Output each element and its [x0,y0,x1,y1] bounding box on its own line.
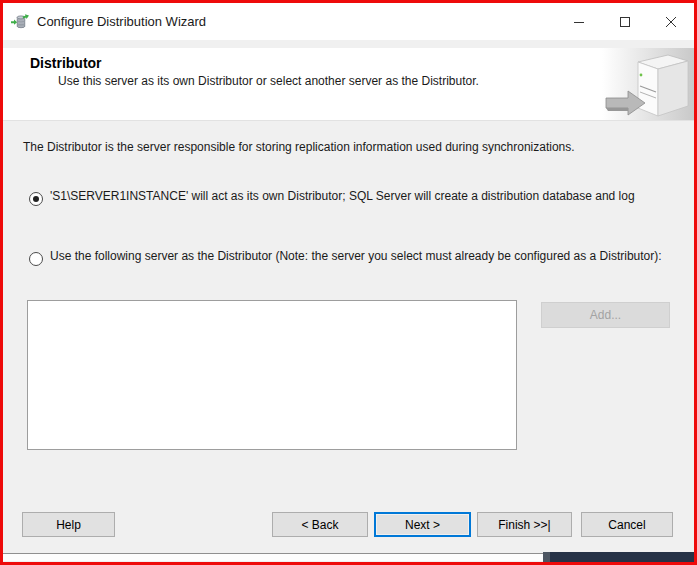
distributor-server-listbox[interactable] [27,300,517,450]
server-graphic [602,48,694,120]
taskbar-fragment [550,552,694,562]
wizard-header: Distributor Use this server as its own D… [3,48,694,121]
help-button[interactable]: Help [22,512,115,537]
radio-other-distributor[interactable] [29,252,43,266]
radio-own-distributor-label[interactable]: 'S1\SERVER1INSTANCE' will act as its own… [50,189,682,204]
page-title: Distributor [30,55,102,71]
close-icon [665,16,677,28]
close-button[interactable] [648,3,694,40]
radio-own-distributor[interactable] [29,192,43,206]
radio-other-distributor-label[interactable]: Use the following server as the Distribu… [50,249,668,264]
window-bottom-edge [3,552,694,562]
back-button[interactable]: < Back [272,512,368,537]
minimize-button[interactable] [556,3,602,40]
maximize-button[interactable] [602,3,648,40]
minimize-icon [573,16,585,28]
maximize-icon [619,16,631,28]
replication-database-icon [11,13,29,31]
window-resize-edge [3,553,543,561]
add-button[interactable]: Add... [541,302,670,328]
page-subtitle: Use this server as its own Distributor o… [58,74,578,88]
configure-distribution-wizard-window: Configure Distribution Wizard Distributo… [0,0,697,565]
cancel-button[interactable]: Cancel [581,512,673,537]
window-title: Configure Distribution Wizard [37,14,206,29]
finish-button[interactable]: Finish >>| [477,512,572,537]
intro-text: The Distributor is the server responsibl… [23,140,683,154]
window-controls [556,3,694,40]
title-bar: Configure Distribution Wizard [3,3,694,40]
edge-grip [543,552,550,562]
next-button[interactable]: Next > [374,512,471,537]
